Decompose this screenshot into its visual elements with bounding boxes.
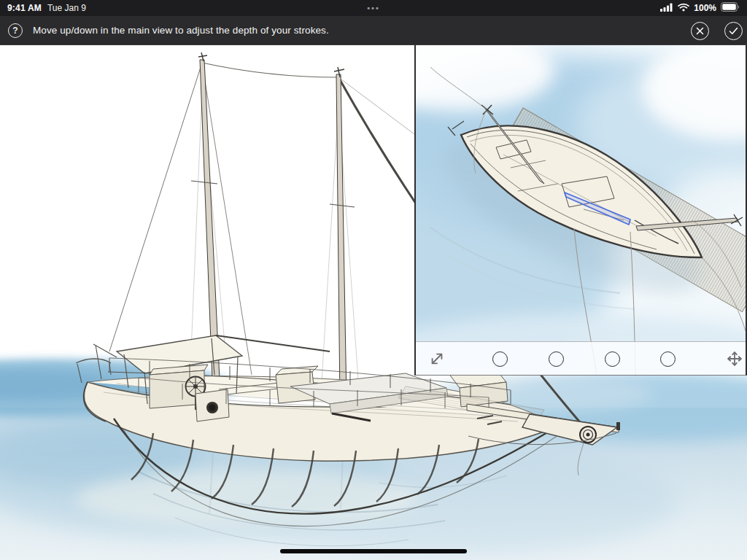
view-slot-icon — [492, 351, 508, 367]
view-slot-icon — [660, 351, 676, 367]
resize-diagonal-icon — [429, 351, 445, 367]
dismiss-icon — [696, 27, 704, 35]
instruction-text: Move up/down in the main view to adjust … — [33, 25, 329, 36]
battery-icon — [721, 1, 740, 15]
status-right: 100% — [660, 0, 740, 16]
move-icon — [726, 350, 743, 368]
help-glyph: ? — [12, 26, 18, 36]
view-slot-button-2[interactable] — [548, 342, 564, 376]
pip-reference-view[interactable] — [414, 45, 747, 376]
move-pip-button[interactable] — [725, 342, 744, 376]
battery-percent: 100% — [694, 3, 716, 13]
view-slot-icon — [549, 351, 564, 367]
dismiss-button[interactable] — [691, 22, 709, 40]
confirm-button[interactable] — [724, 22, 743, 40]
confirm-icon — [729, 27, 738, 35]
pip-toolbar — [416, 341, 746, 375]
view-slot-icon — [605, 351, 620, 367]
wifi-icon — [678, 1, 689, 15]
home-indicator[interactable] — [280, 549, 467, 553]
help-actions — [691, 16, 743, 45]
multitask-indicator[interactable]: ••• — [0, 0, 747, 16]
app-screen: 9:41 AM Tue Jan 9 ••• 100% — [0, 0, 747, 560]
pip-sketch — [416, 45, 746, 375]
view-slot-button-4[interactable] — [659, 342, 676, 376]
help-icon[interactable]: ? — [8, 23, 23, 38]
status-bar: 9:41 AM Tue Jan 9 ••• 100% — [0, 0, 747, 16]
view-slot-button-1[interactable] — [492, 342, 508, 376]
help-toolbar: ? Move up/down in the main view to adjus… — [0, 16, 747, 45]
resize-pip-button[interactable] — [427, 342, 447, 376]
cell-signal-icon — [660, 1, 673, 15]
view-slot-button-3[interactable] — [604, 342, 620, 376]
